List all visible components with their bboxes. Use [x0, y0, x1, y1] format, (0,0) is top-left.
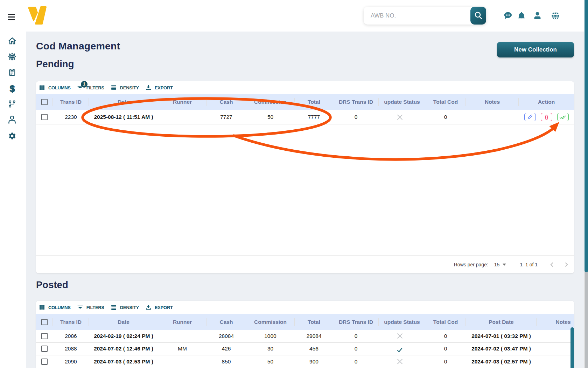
svg-text:$: $ [10, 84, 15, 94]
svg-text:NEW: NEW [10, 56, 14, 57]
